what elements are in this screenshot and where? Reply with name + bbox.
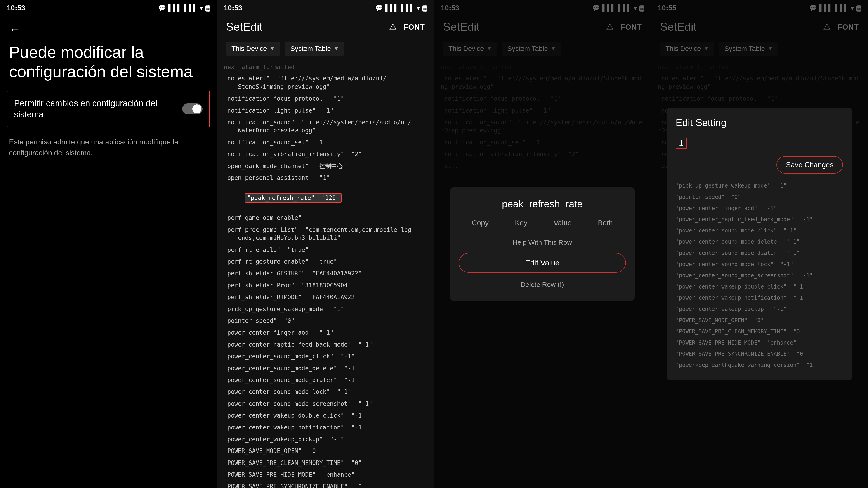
panel-setedit-2: 10:53 💬 ▌▌▌ ▌▌▌ ▾ ▓ SetEdit ⚠ FONT This …: [434, 0, 651, 488]
toggle-label: Permitir cambios en configuración del si…: [14, 98, 178, 120]
signal-icon-2: ▌▌▌: [184, 4, 197, 11]
below-setting-power-delete: "power_center_sound_mode_delete" "-1": [676, 236, 843, 248]
below-modal-settings: "pick_up_gesture_wakeup_mode" "1" "point…: [676, 180, 843, 371]
setting-item-power-save-hide[interactable]: "POWER_SAVE_PRE_HIDE_MODE" "enhance": [224, 469, 427, 481]
font-btn-1[interactable]: FONT: [403, 23, 425, 31]
setting-item-power-finger[interactable]: "power_center_finger_aod" "-1": [224, 327, 427, 338]
below-setting-power-notif: "power_center_wakeup_notification" "-1": [676, 292, 843, 304]
setting-item-power-click[interactable]: "power_center_sound_mode_click" "-1": [224, 350, 427, 362]
time-2: 10:53: [224, 4, 242, 12]
back-button[interactable]: ←: [0, 16, 217, 38]
setting-item-notes[interactable]: "notes_alert" "file:///system/media/audi…: [224, 72, 427, 93]
peak-refresh-modal: peak_refresh_rate Copy Key Value Both He…: [450, 187, 635, 301]
modal-value-btn[interactable]: Value: [554, 219, 571, 227]
modal-key-btn[interactable]: Key: [515, 219, 527, 227]
wifi-icon-1: ▾: [200, 4, 203, 12]
below-setting-power-save-hide: "POWER_SAVE_PRE_HIDE_MODE" "enhance": [676, 337, 843, 349]
signal-bars-2b: ▌▌▌: [401, 4, 414, 11]
setting-item-perf-shielder-proc[interactable]: "perf_shielder_Proc" "3181830C5904": [224, 280, 427, 291]
status-bar-2: 10:53 💬 ▌▌▌ ▌▌▌ ▾ ▓: [217, 0, 434, 16]
setting-item-power-save-clean[interactable]: "POWER_SAVE_PRE_CLEAN_MEMORY_TIME" "0": [224, 457, 427, 469]
setedit-header-1: SetEdit ⚠ FONT: [217, 16, 434, 38]
permission-toggle[interactable]: [182, 103, 203, 114]
setting-item-power-pickup[interactable]: "power_center_wakeup_pickup" "-1": [224, 433, 427, 445]
edit-input-row: 1: [676, 135, 843, 149]
setting-item-perf-oom[interactable]: "perf_game_oom_enable": [224, 212, 427, 224]
battery-icon-2: ▓: [422, 4, 427, 11]
setting-item-perf-rt-gesture[interactable]: "perf_rt_gesture_enable" "true": [224, 256, 427, 267]
setting-item-power-dialer[interactable]: "power_center_sound_mode_dialer" "-1": [224, 374, 427, 386]
below-setting-power-click: "power_center_sound_mode_click" "-1": [676, 225, 843, 236]
panel-setedit-1: 10:53 💬 ▌▌▌ ▌▌▌ ▾ ▓ SetEdit ⚠ FONT This …: [217, 0, 434, 488]
peak-refresh-highlight: "peak_refresh_rate" "120": [245, 193, 342, 203]
setting-item-pointer[interactable]: "pointer_speed" "0": [224, 315, 427, 327]
table-selector-1[interactable]: System Table ▼: [285, 41, 344, 56]
setting-item-notif-sound[interactable]: "notification_sound" "file:///system/med…: [224, 116, 427, 136]
setting-item-power-save-sync[interactable]: "POWER_SAVE_PRE_SYNCHRONIZE_ENABLE" "0": [224, 481, 427, 488]
setting-item-notif-focus[interactable]: "notification_focus_protocol" "1": [224, 93, 427, 104]
signal-bars-2: ▌▌▌: [385, 4, 399, 11]
panel-setedit-3: 10:55 💬 ▌▌▌ ▌▌▌ ▾ ▓ SetEdit ⚠ FONT This …: [651, 0, 868, 488]
table-dropdown-arrow-1: ▼: [334, 45, 339, 52]
device-dropdown-arrow-1: ▼: [270, 45, 275, 52]
device-label-1: This Device: [231, 45, 267, 53]
edit-actions-row: Save Changes: [676, 156, 843, 173]
toggle-thumb: [192, 104, 202, 113]
warning-icon-1[interactable]: ⚠: [389, 22, 397, 32]
device-selector-row-1: This Device ▼ System Table ▼: [217, 38, 434, 59]
setting-item-perf-shielder-rt[interactable]: "perf_shielder_RTMODE" "FAF440A1A922": [224, 291, 427, 303]
header-icons-1: ⚠ FONT: [389, 22, 425, 32]
below-setting-power-screenshot: "power_center_sound_mode_screenshot" "-1…: [676, 270, 843, 281]
below-setting-power-pickup: "power_center_wakeup_pickup" "-1": [676, 304, 843, 315]
setting-item-notif-sound-set[interactable]: "notification_sound_set" "1": [224, 136, 427, 148]
modal-title-3: peak_refresh_rate: [459, 198, 626, 210]
modal-edit-value-btn[interactable]: Edit Value: [459, 253, 626, 273]
edit-modal-overlay: Edit Setting 1 Save Changes "pick_up_ges…: [651, 0, 868, 488]
whatsapp-icon-2: 💬: [375, 4, 383, 12]
below-setting-pointer: "pointer_speed" "0": [676, 192, 843, 203]
setting-item-power-screenshot[interactable]: "power_center_sound_mode_screenshot" "-1…: [224, 398, 427, 410]
edit-input-border: 1: [676, 138, 687, 149]
status-icons-1: 💬 ▌▌▌ ▌▌▌ ▾ ▓: [158, 4, 210, 12]
setting-item-perf-proc[interactable]: "perf_proc_game_List" "com.tencent.dm,co…: [224, 224, 427, 244]
setting-item-perf-shielder-gest[interactable]: "perf_shielder_GESTURE" "FAF440A1A922": [224, 267, 427, 279]
setting-item-power-lock[interactable]: "power_center_sound_mode_lock" "-1": [224, 386, 427, 398]
settings-list-1: next_alarm_formatted "notes_alert" "file…: [217, 59, 434, 488]
setting-item-personal-assist[interactable]: "open_personal_assistant" "1": [224, 172, 427, 184]
setting-item-dark-mode[interactable]: "open_dark_mode_channel" "控制中心": [224, 160, 427, 172]
setting-item-pickup[interactable]: "pick_up_gesture_wakeup_mode" "1": [224, 303, 427, 315]
wifi-icon-2: ▾: [417, 4, 420, 12]
setting-item-power-save-open[interactable]: "POWER_SAVE_MODE_OPEN" "0": [224, 445, 427, 457]
permission-toggle-row: Permitir cambios en configuración del si…: [7, 91, 210, 127]
setting-item-perf-rt[interactable]: "perf_rt_enable" "true": [224, 244, 427, 256]
below-setting-power-dialer: "power_center_sound_mode_dialer" "-1": [676, 248, 843, 259]
modal-copy-btn[interactable]: Copy: [472, 219, 489, 227]
save-changes-button[interactable]: Save Changes: [776, 156, 843, 173]
setting-item-power-notif[interactable]: "power_center_wakeup_notification" "-1": [224, 422, 427, 433]
setting-item-peak-refresh[interactable]: "peak_refresh_rate" "120": [224, 184, 427, 212]
time-1: 10:53: [7, 4, 25, 12]
table-label-1: System Table: [290, 45, 331, 53]
modal-delete-btn[interactable]: Delete Row (!): [459, 277, 626, 292]
setting-item-notif-vib[interactable]: "notification_vibration_intensity" "2": [224, 148, 427, 160]
edit-modal-title: Edit Setting: [676, 117, 843, 128]
modal-both-btn[interactable]: Both: [598, 219, 613, 227]
below-setting-powerkeep: "powerkeep_earthquake_warning_version" "…: [676, 360, 843, 371]
setting-item-power-delete[interactable]: "power_center_sound_mode_delete" "-1": [224, 362, 427, 374]
edit-setting-input[interactable]: [689, 135, 843, 149]
setting-item-fade-1: next_alarm_formatted: [224, 62, 427, 72]
modal-help-label: Help With This Row: [459, 238, 626, 246]
below-setting-power-save-sync: "POWER_SAVE_PRE_SYNCHRONIZE_ENABLE" "0": [676, 348, 843, 360]
setting-item-power-haptic[interactable]: "power_center_haptic_feed_back_mode" "-1…: [224, 339, 427, 350]
below-setting-power-haptic: "power_center_haptic_feed_back_mode" "-1…: [676, 214, 843, 225]
setting-item-power-double-click[interactable]: "power_center_wakeup_double_click" "-1": [224, 410, 427, 421]
below-setting-power-lock: "power_center_sound_mode_lock" "-1": [676, 259, 843, 270]
whatsapp-icon-1: 💬: [158, 4, 166, 12]
setting-item-notif-light[interactable]: "notification_light_pulse" "1": [224, 105, 427, 116]
permission-description: Este permiso admite que una aplicación m…: [0, 127, 217, 167]
setedit-title-1: SetEdit: [226, 20, 262, 33]
edit-setting-modal: Edit Setting 1 Save Changes "pick_up_ges…: [666, 108, 852, 380]
modal-overlay-3: peak_refresh_rate Copy Key Value Both He…: [434, 0, 651, 488]
status-bar-1: 10:53 💬 ▌▌▌ ▌▌▌ ▾ ▓: [0, 0, 217, 16]
device-selector-1[interactable]: This Device ▼: [226, 41, 280, 56]
